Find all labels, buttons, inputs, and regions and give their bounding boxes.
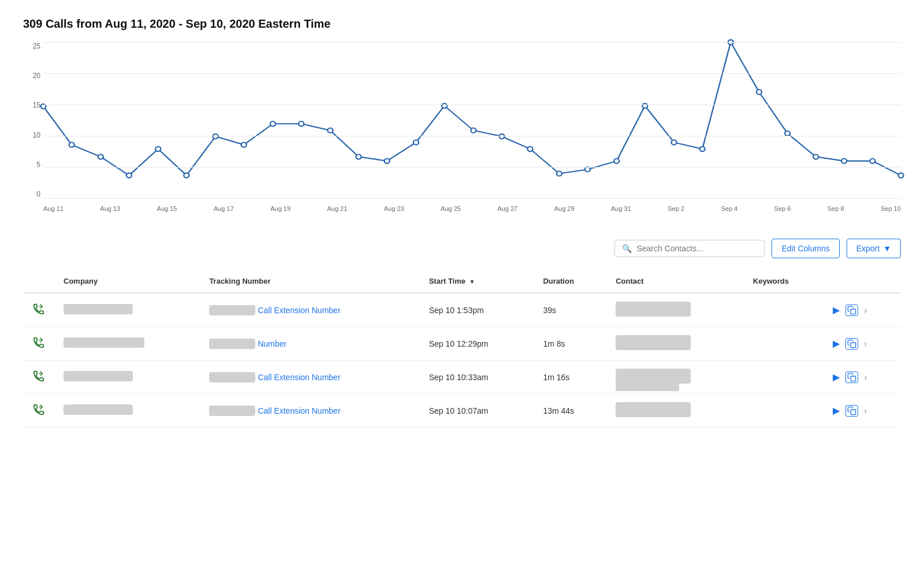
x-label-aug31: Aug 31 [611,205,631,212]
x-label-aug25: Aug 25 [441,205,461,212]
col-contact: Contact [606,270,744,293]
x-label-sep6: Sep 6 [774,205,791,212]
call-extension-link-3[interactable]: Call Extension Number [258,406,340,415]
x-label-aug27: Aug 27 [497,205,517,212]
incoming-call-icon [32,303,45,315]
chart-plot-area [43,42,901,198]
copy-icon[interactable] [845,372,858,383]
svg-rect-31 [851,309,856,314]
table-row: Call Extension Number Sep 10 1:53pm 39s … [23,293,901,327]
call-extension-link[interactable]: Call Extension Number [258,306,340,315]
row-duration: 13m 44s [534,394,606,428]
row-start-time: Sep 10 12:29pm [420,327,534,361]
copy-icon[interactable] [845,338,858,350]
table-row: Call Extension Number Sep 10 10:07am 13m… [23,394,901,428]
table-row: Call Extension Number Sep 10 10:33am 1m … [23,361,901,394]
row-keywords [744,293,824,327]
x-label-aug23: Aug 23 [384,205,404,212]
row-keywords [744,327,824,361]
row-start-time: Sep 10 10:07am [420,394,534,428]
row-company [54,327,200,361]
row-phone-icon [23,394,54,428]
table-header: Company Tracking Number Start Time ▼ Dur… [23,270,901,293]
chevron-right-icon[interactable]: › [864,305,867,315]
call-extension-link-2[interactable]: Call Extension Number [258,373,340,382]
row-contact [606,361,744,394]
col-tracking-number: Tracking Number [200,270,419,293]
y-label-5: 5 [23,161,40,169]
y-label-0: 0 [23,190,40,198]
row-duration: 1m 16s [534,361,606,394]
row-contact [606,293,744,327]
col-actions [824,270,901,293]
col-keywords: Keywords [744,270,824,293]
row-contact [606,327,744,361]
row-company [54,361,200,394]
play-icon[interactable]: ▶ [833,305,840,315]
row-keywords [744,361,824,394]
y-label-20: 20 [23,72,40,80]
copy-icon[interactable] [845,305,858,316]
row-keywords [744,394,824,428]
row-actions: ▶ › [824,394,901,428]
row-contact [606,394,744,428]
incoming-call-icon-3 [32,370,45,383]
x-label-aug11: Aug 11 [43,205,64,212]
row-actions: ▶ › [824,327,901,361]
play-icon[interactable]: ▶ [833,372,840,383]
row-start-time: Sep 10 1:53pm [420,293,534,327]
table-body: Call Extension Number Sep 10 1:53pm 39s … [23,293,901,428]
chevron-right-icon[interactable]: › [864,406,867,416]
row-company [54,293,200,327]
x-label-aug29: Aug 29 [554,205,575,212]
x-label-sep4: Sep 4 [721,205,737,212]
edit-columns-button[interactable]: Edit Columns [772,239,839,258]
row-duration: 39s [534,293,606,327]
col-duration: Duration [534,270,606,293]
table-row: Number Sep 10 12:29pm 1m 8s ▶ › [23,327,901,361]
col-start-time[interactable]: Start Time ▼ [420,270,534,293]
x-label-aug17: Aug 17 [214,205,234,212]
row-tracking-number: Call Extension Number [200,293,419,327]
x-label-aug13: Aug 13 [100,205,120,212]
chevron-right-icon[interactable]: › [864,372,867,383]
export-button[interactable]: Export ▼ [847,239,901,258]
svg-rect-32 [851,343,856,348]
search-icon: 🔍 [622,244,632,253]
chevron-right-icon[interactable]: › [864,339,867,349]
x-label-aug19: Aug 19 [270,205,290,212]
incoming-call-icon-4 [32,403,45,416]
calls-table: Company Tracking Number Start Time ▼ Dur… [23,270,901,428]
y-axis-labels: 25 20 15 10 5 0 [23,42,40,216]
svg-rect-34 [851,410,856,415]
x-label-aug21: Aug 21 [327,205,347,212]
row-start-time: Sep 10 10:33am [420,361,534,394]
row-tracking-number: Call Extension Number [200,361,419,394]
row-duration: 1m 8s [534,327,606,361]
y-label-10: 10 [23,131,40,139]
row-company [54,394,200,428]
row-actions: ▶ › [824,361,901,394]
col-icon [23,270,54,293]
copy-icon[interactable] [845,405,858,417]
x-label-aug15: Aug 15 [157,205,177,212]
incoming-call-icon-2 [32,336,45,349]
play-icon[interactable]: ▶ [833,338,840,349]
export-label: Export [856,244,880,253]
row-tracking-number: Call Extension Number [200,394,419,428]
svg-rect-33 [851,376,856,381]
x-label-sep8: Sep 8 [828,205,844,212]
chart-grid [43,42,901,198]
play-icon[interactable]: ▶ [833,405,840,416]
x-label-sep2: Sep 2 [668,205,684,212]
search-box[interactable]: 🔍 [614,240,765,257]
col-company: Company [54,270,200,293]
row-phone-icon [23,327,54,361]
extension-number-link[interactable]: Number [258,339,286,348]
row-tracking-number: Number [200,327,419,361]
chevron-down-icon: ▼ [883,244,891,253]
row-phone-icon [23,293,54,327]
search-input[interactable] [636,244,757,253]
y-label-15: 15 [23,101,40,109]
x-axis-labels: Aug 11 Aug 13 Aug 15 Aug 17 Aug 19 Aug 2… [43,202,901,216]
